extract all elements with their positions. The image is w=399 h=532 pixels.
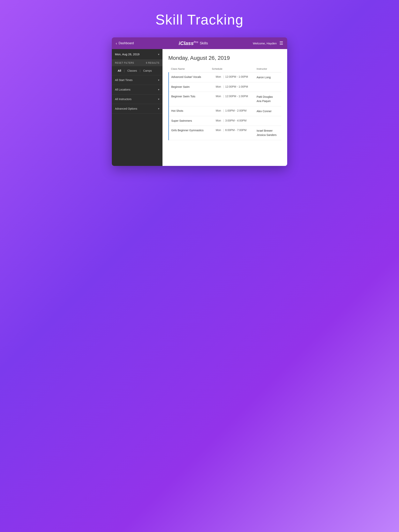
schedule-divider: |	[223, 128, 224, 132]
filter-instructors-label: All Instructors	[115, 98, 131, 101]
instructor-cell	[257, 116, 281, 126]
schedule-time: 3:00PM - 4:00PM	[225, 119, 246, 122]
col-class-name: Class Name	[169, 66, 212, 72]
instructors-chevron-icon: ▾	[158, 98, 159, 101]
date-chevron-icon: ▾	[158, 53, 159, 56]
schedule-divider: |	[223, 95, 224, 98]
back-button[interactable]: ‹ Dashboard	[116, 41, 134, 45]
schedule-time: 1:00PM - 2:00PM	[225, 109, 246, 112]
class-name[interactable]: Girls Beginner Gymnastics	[171, 129, 204, 132]
schedule-cell: Mon|12:00PM - 1:00PM	[212, 82, 257, 92]
schedule-day: Mon	[216, 95, 221, 98]
class-name[interactable]: Beginner Swim Tots	[171, 95, 195, 98]
schedule-day: Mon	[216, 128, 221, 132]
schedule-divider: |	[223, 85, 224, 88]
hero-section: Skill Tracking	[0, 0, 399, 37]
filter-tabs: All | Classes | Camps	[112, 66, 162, 75]
schedule-time: 6:00PM - 7:00PM	[225, 128, 246, 132]
hero-title: Skill Tracking	[4, 12, 395, 28]
navbar-right: Welcome, Hayden ☰	[253, 41, 283, 46]
schedule-day: Mon	[216, 109, 221, 112]
schedule-cell: Mon|12:00PM - 1:00PM	[212, 72, 257, 82]
col-instructor: Instructor	[257, 66, 281, 72]
filter-locations[interactable]: All Locations ▾	[112, 85, 162, 95]
schedule-time: 12:00PM - 1:00PM	[225, 75, 248, 78]
schedule-divider: |	[223, 119, 224, 122]
chevron-left-icon: ‹	[116, 41, 117, 45]
tab-classes[interactable]: Classes	[125, 68, 140, 73]
schedule-day: Mon	[216, 75, 221, 78]
start-times-chevron-icon: ▾	[158, 78, 159, 82]
schedule-time: 12:00PM - 1:00PM	[225, 95, 248, 98]
skills-label: Skills	[200, 41, 208, 45]
filter-start-times-label: All Start Times	[115, 78, 133, 82]
schedule-day: Mon	[216, 85, 221, 88]
sidebar: Mon, Aug 26, 2019 ▾ RESET FILTERS 6 Resu…	[112, 49, 162, 166]
table-row[interactable]: Girls Beginner GymnasticsMon|6:00PM - 7:…	[169, 126, 282, 140]
class-name[interactable]: Advanced Guitar/ Vocals	[171, 75, 201, 78]
class-name[interactable]: Beginner Swim	[171, 85, 190, 89]
schedule-day: Mon	[216, 119, 221, 122]
instructor-cell: Alex Conner	[257, 106, 281, 116]
sidebar-date-label: Mon, Aug 26, 2019	[115, 53, 140, 56]
schedule-divider: |	[223, 109, 224, 112]
class-name[interactable]: Hot Shots	[171, 109, 183, 112]
navbar-center: iClassPro Skills	[134, 40, 253, 46]
schedule-cell: Mon|6:00PM - 7:00PM	[212, 126, 257, 140]
instructor-cell: Israel BrewerJessica Sanders	[257, 126, 281, 140]
class-table: Class Name Schedule Instructor Advanced …	[168, 66, 281, 140]
schedule-time: 12:00PM - 1:00PM	[225, 85, 248, 88]
schedule-divider: |	[223, 75, 224, 78]
reset-filters-row: RESET FILTERS 6 Results	[112, 60, 162, 66]
table-row[interactable]: Hot ShotsMon|1:00PM - 2:00PMAlex Conner	[169, 106, 282, 116]
table-row[interactable]: Beginner SwimMon|12:00PM - 1:00PM	[169, 82, 282, 92]
filter-instructors[interactable]: All Instructors ▾	[112, 95, 162, 104]
advanced-options-chevron-icon: ▾	[158, 107, 159, 110]
welcome-text: Welcome, Hayden	[253, 42, 277, 45]
schedule-cell: Mon|12:00PM - 1:00PM	[212, 92, 257, 106]
logo-pro: Pro	[194, 40, 198, 44]
class-name-cell: Beginner Swim	[169, 82, 212, 92]
main-content: Monday, August 26, 2019 Class Name Sched…	[162, 49, 287, 166]
instructor-cell: Patti DouglasAna Paquin	[257, 92, 281, 106]
filter-advanced-options-label: Advanced Options	[115, 107, 137, 110]
table-row[interactable]: Super SwimmersMon|3:00PM - 4:00PM	[169, 116, 282, 126]
reset-filters-label[interactable]: RESET FILTERS	[115, 62, 134, 64]
app-container: ‹ Dashboard iClassPro Skills Welcome, Ha…	[112, 37, 287, 166]
class-name-cell: Super Swimmers	[169, 116, 212, 126]
hamburger-icon[interactable]: ☰	[279, 41, 283, 46]
content-area: Mon, Aug 26, 2019 ▾ RESET FILTERS 6 Resu…	[112, 49, 287, 166]
table-row[interactable]: Beginner Swim TotsMon|12:00PM - 1:00PMPa…	[169, 92, 282, 106]
filter-advanced-options[interactable]: Advanced Options ▾	[112, 104, 162, 114]
instructor-cell: Aaron Long	[257, 72, 281, 82]
locations-chevron-icon: ▾	[158, 88, 159, 91]
table-row[interactable]: Advanced Guitar/ VocalsMon|12:00PM - 1:0…	[169, 72, 282, 82]
schedule-cell: Mon|1:00PM - 2:00PM	[212, 106, 257, 116]
logo: iClassPro	[179, 40, 198, 46]
schedule-cell: Mon|3:00PM - 4:00PM	[212, 116, 257, 126]
results-count: 6 Results	[146, 62, 159, 64]
sidebar-date-picker[interactable]: Mon, Aug 26, 2019 ▾	[112, 49, 162, 60]
filter-start-times[interactable]: All Start Times ▾	[112, 75, 162, 85]
class-name-cell: Hot Shots	[169, 106, 212, 116]
tab-all[interactable]: All	[115, 68, 124, 73]
class-name[interactable]: Super Swimmers	[171, 119, 192, 122]
navbar: ‹ Dashboard iClassPro Skills Welcome, Ha…	[112, 37, 287, 49]
tab-camps[interactable]: Camps	[141, 68, 154, 73]
class-name-cell: Beginner Swim Tots	[169, 92, 212, 106]
filter-locations-label: All Locations	[115, 88, 130, 91]
date-heading: Monday, August 26, 2019	[168, 55, 281, 61]
back-label: Dashboard	[119, 41, 134, 45]
instructor-cell	[257, 82, 281, 92]
col-schedule: Schedule	[212, 66, 257, 72]
class-name-cell: Girls Beginner Gymnastics	[169, 126, 212, 140]
class-name-cell: Advanced Guitar/ Vocals	[169, 72, 212, 82]
